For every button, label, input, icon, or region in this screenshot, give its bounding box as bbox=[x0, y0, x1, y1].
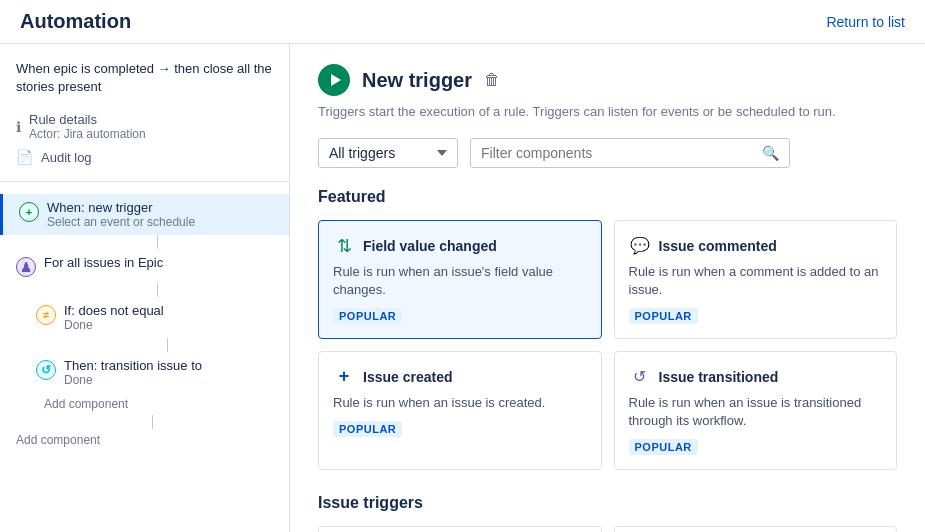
connector-1 bbox=[26, 235, 289, 249]
card-issue-assigned[interactable]: 👤 Issue assigned Rule is run when an iss… bbox=[614, 526, 898, 532]
connector-4 bbox=[16, 415, 289, 429]
issue-triggers-section-title: Issue triggers bbox=[318, 494, 897, 512]
filter-search-box: 🔍 bbox=[470, 138, 790, 168]
app-header: Automation Return to list bbox=[0, 0, 925, 44]
then-icon: ↺ bbox=[36, 360, 56, 380]
card-header-3: + Issue created bbox=[333, 366, 587, 388]
transition-icon: ↺ bbox=[629, 366, 651, 388]
card-header-1: ⇅ Field value changed bbox=[333, 235, 587, 257]
workflow-item-for-all[interactable]: ♟ For all issues in Epic bbox=[0, 249, 289, 283]
card-field-value-changed-issue[interactable]: ⇅ Field value changed Rule is run when a… bbox=[318, 526, 602, 532]
return-to-list-link[interactable]: Return to list bbox=[826, 14, 905, 30]
rule-details-label: Rule details bbox=[29, 112, 146, 127]
card-issue-created-featured[interactable]: + Issue created Rule is run when an issu… bbox=[318, 351, 602, 470]
card-desc-3: Rule is run when an issue is created. bbox=[333, 394, 587, 412]
if-label: If: does not equal bbox=[64, 303, 164, 318]
then-sublabel: Done bbox=[64, 373, 202, 387]
card-issue-commented-featured[interactable]: 💬 Issue commented Rule is run when a com… bbox=[614, 220, 898, 339]
connector-3 bbox=[46, 338, 289, 352]
trigger-title: New trigger bbox=[362, 69, 472, 92]
workflow-item-then[interactable]: ↺ Then: transition issue to Done bbox=[0, 352, 289, 393]
sidebar-description: When epic is completed → then close all … bbox=[0, 60, 289, 108]
trigger-text: When: new trigger Select an event or sch… bbox=[47, 200, 195, 229]
connector-line-1 bbox=[157, 235, 159, 249]
filters-row: All triggers 🔍 bbox=[318, 138, 897, 168]
audit-log-item[interactable]: 📄 Audit log bbox=[0, 145, 289, 169]
trigger-header: New trigger 🗑 bbox=[318, 64, 897, 96]
connector-line-3 bbox=[167, 338, 169, 352]
popular-badge-4: POPULAR bbox=[629, 439, 698, 455]
card-name-3: Issue created bbox=[363, 369, 453, 385]
then-text: Then: transition issue to Done bbox=[64, 358, 202, 387]
filter-search-input[interactable] bbox=[481, 139, 754, 167]
card-field-value-changed-featured[interactable]: ⇅ Field value changed Rule is run when a… bbox=[318, 220, 602, 339]
popular-badge-3: POPULAR bbox=[333, 421, 402, 437]
if-text: If: does not equal Done bbox=[64, 303, 164, 332]
audit-log-label: Audit log bbox=[41, 150, 92, 165]
app-title: Automation bbox=[20, 10, 131, 33]
card-header-4: ↺ Issue transitioned bbox=[629, 366, 883, 388]
workflow-item-trigger[interactable]: + When: new trigger Select an event or s… bbox=[0, 194, 289, 235]
if-icon: ≠ bbox=[36, 305, 56, 325]
card-desc-2: Rule is run when a comment is added to a… bbox=[629, 263, 883, 299]
featured-cards-grid: ⇅ Field value changed Rule is run when a… bbox=[318, 220, 897, 471]
card-name-2: Issue commented bbox=[659, 238, 777, 254]
created-icon: + bbox=[333, 366, 355, 388]
sidebar-divider bbox=[0, 181, 289, 182]
issue-triggers-cards-grid: ⇅ Field value changed Rule is run when a… bbox=[318, 526, 897, 532]
all-triggers-select[interactable]: All triggers bbox=[318, 138, 458, 168]
card-header-2: 💬 Issue commented bbox=[629, 235, 883, 257]
trigger-description: Triggers start the execution of a rule. … bbox=[318, 102, 897, 122]
for-all-text: For all issues in Epic bbox=[44, 255, 163, 270]
featured-section-title: Featured bbox=[318, 188, 897, 206]
content-area: New trigger 🗑 Triggers start the executi… bbox=[290, 44, 925, 532]
search-icon: 🔍 bbox=[762, 145, 779, 161]
card-name-4: Issue transitioned bbox=[659, 369, 779, 385]
trigger-label: When: new trigger bbox=[47, 200, 195, 215]
sidebar: When epic is completed → then close all … bbox=[0, 44, 290, 532]
if-sublabel: Done bbox=[64, 318, 164, 332]
info-icon: ℹ bbox=[16, 119, 21, 135]
add-component-inner[interactable]: Add component bbox=[0, 393, 289, 415]
trash-icon[interactable]: 🗑 bbox=[484, 71, 500, 89]
for-all-icon: ♟ bbox=[16, 257, 36, 277]
field-value-icon: ⇅ bbox=[333, 235, 355, 257]
add-component-outer[interactable]: Add component bbox=[0, 429, 289, 451]
card-name-1: Field value changed bbox=[363, 238, 497, 254]
play-icon bbox=[318, 64, 350, 96]
then-label: Then: transition issue to bbox=[64, 358, 202, 373]
trigger-sublabel: Select an event or schedule bbox=[47, 215, 195, 229]
comment-icon: 💬 bbox=[629, 235, 651, 257]
card-issue-transitioned-featured[interactable]: ↺ Issue transitioned Rule is run when an… bbox=[614, 351, 898, 470]
workflow-item-if[interactable]: ≠ If: does not equal Done bbox=[0, 297, 289, 338]
card-desc-4: Rule is run when an issue is transitione… bbox=[629, 394, 883, 430]
connector-2 bbox=[26, 283, 289, 297]
rule-details-sublabel: Actor: Jira automation bbox=[29, 127, 146, 141]
connector-line-2 bbox=[157, 283, 159, 297]
document-icon: 📄 bbox=[16, 149, 33, 165]
popular-badge-1: POPULAR bbox=[333, 308, 402, 324]
rule-details-item[interactable]: ℹ Rule details Actor: Jira automation bbox=[0, 108, 289, 145]
trigger-icon: + bbox=[19, 202, 39, 222]
card-desc-1: Rule is run when an issue's field value … bbox=[333, 263, 587, 299]
for-all-label: For all issues in Epic bbox=[44, 255, 163, 270]
connector-line-4 bbox=[152, 415, 154, 429]
popular-badge-2: POPULAR bbox=[629, 308, 698, 324]
main-layout: When epic is completed → then close all … bbox=[0, 44, 925, 532]
